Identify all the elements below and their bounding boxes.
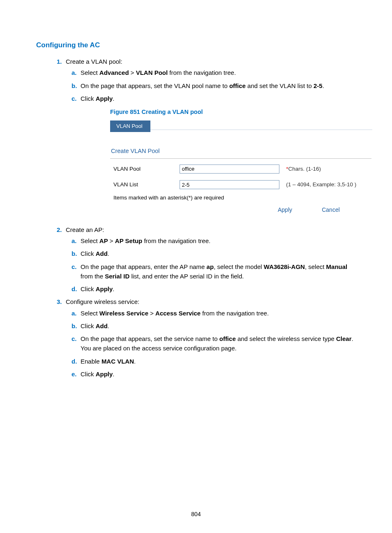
- text: Select: [81, 310, 99, 317]
- text: .: [108, 250, 109, 257]
- text: >: [108, 237, 115, 244]
- step-3-text: Configure wireless service:: [66, 298, 139, 305]
- bold: Apply: [96, 371, 113, 378]
- step-1b: b. On the page that appears, set the VLA…: [81, 81, 355, 90]
- step-3b-marker: b.: [71, 321, 77, 331]
- text: .: [113, 371, 114, 378]
- bold: Apply: [96, 285, 113, 292]
- bold: office: [219, 335, 236, 342]
- text: Click: [81, 250, 96, 257]
- text: from the navigation tree.: [201, 310, 269, 317]
- row-vlan-list: VLAN List (1 – 4094, Example: 3,5-10 ): [110, 177, 371, 192]
- step-3e: e. Click Apply.: [81, 369, 355, 379]
- text: Enable: [81, 358, 101, 365]
- text: from the navigation tree.: [168, 69, 236, 76]
- step-1b-marker: b.: [71, 81, 77, 90]
- text: >: [148, 310, 155, 317]
- step-3: 3. Configure wireless service: a. Select…: [66, 297, 355, 379]
- bold: office: [229, 82, 246, 89]
- label-vlan-pool: VLAN Pool: [110, 161, 176, 177]
- text: .: [113, 95, 114, 102]
- bold: AP Setup: [115, 237, 142, 244]
- input-vlan-list[interactable]: [180, 180, 279, 189]
- step-3e-marker: e.: [71, 369, 77, 379]
- step-2-marker: 2.: [57, 225, 62, 234]
- form-table: VLAN Pool *Chars. (1-16) VLAN List: [110, 161, 371, 193]
- step-2c: c. On the page that appears, enter the A…: [81, 262, 355, 281]
- bold: Add: [96, 322, 108, 329]
- text: On the page that appears, set the servic…: [81, 335, 219, 342]
- text: and select the wireless service type: [236, 335, 336, 342]
- bold: AP: [99, 237, 108, 244]
- bold: Advanced: [99, 69, 129, 76]
- bold: Serial ID: [105, 273, 129, 280]
- text: Click: [81, 285, 96, 292]
- step-3a-marker: a.: [71, 308, 77, 318]
- label-vlan-list: VLAN List: [110, 177, 176, 192]
- panel-subhead: Create VLAN Pool: [111, 146, 373, 155]
- text: , select: [305, 263, 326, 270]
- step-3-marker: 3.: [57, 297, 62, 306]
- step-2a: a. Select AP > AP Setup from the navigat…: [81, 236, 355, 246]
- bold: MAC VLAN: [101, 358, 134, 365]
- text: and set the VLAN list to: [246, 82, 314, 89]
- step-2a-marker: a.: [71, 236, 77, 246]
- required-note: Items marked with an asterisk(*) are req…: [113, 194, 373, 202]
- bold: Access Service: [155, 310, 201, 317]
- hint-vlan-pool: *Chars. (1-16): [283, 161, 371, 177]
- step-1: 1. Create a VLAN pool: a. Select Advance…: [66, 57, 355, 214]
- text: .: [113, 285, 114, 292]
- text: Click: [81, 322, 96, 329]
- step-1a-marker: a.: [71, 68, 77, 77]
- text: Select: [81, 237, 99, 244]
- row-vlan-pool: VLAN Pool *Chars. (1-16): [110, 161, 371, 177]
- hint-vlan-list: (1 – 4094, Example: 3,5-10 ): [283, 177, 371, 192]
- bold: Clear: [336, 335, 352, 342]
- step-1c-marker: c.: [71, 94, 77, 103]
- figure-title: Figure 851 Creating a VLAN pool: [110, 107, 354, 116]
- text: .: [134, 358, 136, 365]
- page-number: 804: [0, 511, 392, 517]
- step-2c-marker: c.: [71, 262, 77, 271]
- bold: Apply: [96, 95, 113, 102]
- step-3b: b. Click Add.: [81, 321, 355, 331]
- text: list, and enter the AP serial ID in the …: [129, 273, 244, 280]
- text: from the: [81, 273, 105, 280]
- text: Select: [81, 69, 99, 76]
- step-3d-marker: d.: [71, 357, 77, 366]
- text: .: [108, 322, 109, 329]
- text: >: [129, 69, 136, 76]
- bold: Manual: [326, 263, 348, 270]
- step-2b-marker: b.: [71, 249, 77, 258]
- step-3d: d. Enable MAC VLAN.: [81, 357, 355, 366]
- bold: ap: [207, 263, 214, 270]
- text: .: [323, 82, 324, 89]
- step-2d-marker: d.: [71, 284, 77, 294]
- step-3c-marker: c.: [71, 334, 77, 343]
- hint-text: Chars. (1-16): [288, 166, 321, 172]
- vlan-pool-panel: VLAN Pool Create VLAN Pool VLAN Pool *Ch…: [110, 121, 373, 214]
- step-2: 2. Create an AP: a. Select AP > AP Setup…: [66, 225, 355, 294]
- step-1a: a. Select Advanced > VLAN Pool from the …: [81, 68, 355, 77]
- step-1-text: Create a VLAN pool:: [66, 58, 122, 65]
- cancel-button[interactable]: Cancel: [322, 206, 340, 213]
- bold: 2-5: [314, 82, 323, 89]
- step-3a: a. Select Wireless Service > Access Serv…: [81, 308, 355, 318]
- divider: [110, 158, 371, 159]
- text: On the page that appears, enter the AP n…: [81, 263, 207, 270]
- bold: Wireless Service: [99, 310, 148, 317]
- apply-button[interactable]: Apply: [278, 206, 292, 213]
- bold: VLAN Pool: [136, 69, 168, 76]
- text: Click: [81, 371, 96, 378]
- step-3c: c. On the page that appears, set the ser…: [81, 334, 355, 353]
- step-1c: c. Click Apply.: [81, 94, 355, 103]
- tab-row: VLAN Pool: [110, 121, 372, 130]
- step-1-marker: 1.: [57, 57, 62, 66]
- input-vlan-pool[interactable]: [180, 165, 279, 174]
- tab-vlan-pool[interactable]: VLAN Pool: [110, 121, 150, 132]
- bold: Add: [96, 250, 108, 257]
- step-2-text: Create an AP:: [66, 226, 104, 233]
- button-row: Apply Cancel: [110, 205, 371, 214]
- step-2b: b. Click Add.: [81, 249, 355, 258]
- text: , select the model: [214, 263, 264, 270]
